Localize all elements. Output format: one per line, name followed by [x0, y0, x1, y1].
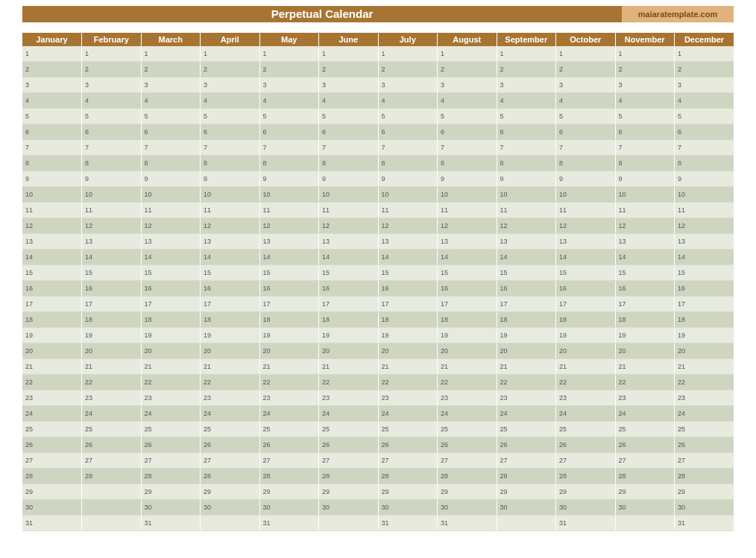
day-cell: 13 — [82, 234, 142, 250]
day-cell: 24 — [259, 406, 319, 422]
day-cell: 10 — [82, 187, 142, 203]
day-cell: 26 — [201, 437, 260, 453]
day-cell: 26 — [675, 437, 734, 453]
day-cell: 3 — [201, 77, 260, 93]
day-cell: 16 — [378, 281, 438, 297]
day-cell: 1 — [438, 46, 497, 62]
day-cell: 12 — [259, 218, 319, 234]
day-cell: 10 — [497, 187, 556, 203]
day-row: 202020202020202020202020 — [22, 343, 734, 359]
day-row: 121212121212121212121212 — [22, 218, 734, 234]
day-cell: 1 — [82, 46, 142, 62]
day-cell: 5 — [22, 109, 82, 124]
day-cell: 23 — [438, 390, 497, 406]
day-cell: 10 — [675, 187, 734, 203]
day-cell: 22 — [438, 375, 497, 390]
day-cell: 14 — [615, 250, 675, 265]
day-cell: 17 — [378, 297, 438, 312]
day-row: 242424242424242424242424 — [22, 406, 734, 422]
day-cell: 26 — [438, 437, 497, 453]
day-cell: 26 — [497, 437, 556, 453]
day-cell: 23 — [22, 390, 82, 406]
day-cell: 18 — [556, 312, 616, 328]
day-cell: 21 — [675, 359, 734, 375]
day-cell: 3 — [319, 77, 379, 93]
day-cell: 10 — [259, 187, 319, 203]
day-cell: 26 — [615, 437, 675, 453]
day-cell: 6 — [497, 124, 556, 140]
day-cell: 11 — [82, 203, 142, 218]
day-cell: 27 — [22, 453, 82, 469]
day-cell: 17 — [675, 297, 734, 312]
day-cell: 18 — [497, 312, 556, 328]
day-cell: 13 — [22, 234, 82, 250]
day-row: 222222222222 — [22, 62, 734, 77]
day-cell: 3 — [22, 77, 82, 93]
day-cell: 23 — [378, 390, 438, 406]
day-cell: 7 — [141, 140, 201, 156]
day-cell: 16 — [201, 281, 260, 297]
day-cell: 3 — [82, 77, 142, 93]
day-cell: 8 — [378, 156, 438, 171]
day-cell: 22 — [259, 375, 319, 390]
day-row: 888888888888 — [22, 156, 734, 171]
day-cell: 15 — [556, 265, 616, 281]
day-cell: 23 — [675, 390, 734, 406]
title-row: Perpetual Calendar maiaratemplate.com — [22, 6, 734, 22]
day-cell: 22 — [141, 375, 201, 390]
day-cell: 20 — [556, 343, 616, 359]
day-cell: 12 — [675, 218, 734, 234]
day-cell: 7 — [319, 140, 379, 156]
day-cell: 22 — [82, 375, 142, 390]
day-cell: 26 — [22, 437, 82, 453]
day-cell: 4 — [22, 93, 82, 109]
day-cell — [615, 516, 675, 531]
day-row: 444444444444 — [22, 93, 734, 109]
day-row: 161616161616161616161616 — [22, 281, 734, 297]
day-cell: 12 — [378, 218, 438, 234]
day-cell: 27 — [141, 453, 201, 469]
day-cell: 29 — [615, 484, 675, 500]
day-cell: 25 — [556, 422, 616, 437]
day-cell: 21 — [201, 359, 260, 375]
day-cell: 20 — [615, 343, 675, 359]
day-cell: 2 — [319, 62, 379, 77]
day-cell: 6 — [201, 124, 260, 140]
day-cell: 14 — [141, 250, 201, 265]
day-cell: 22 — [556, 375, 616, 390]
day-cell: 12 — [438, 218, 497, 234]
day-cell: 5 — [259, 109, 319, 124]
day-cell: 20 — [22, 343, 82, 359]
day-cell: 9 — [141, 171, 201, 187]
day-cell: 27 — [675, 453, 734, 469]
day-row: 999999999999 — [22, 171, 734, 187]
day-row: 252525252525252525252525 — [22, 422, 734, 437]
day-cell: 8 — [438, 156, 497, 171]
day-cell: 28 — [22, 469, 82, 484]
day-cell: 6 — [141, 124, 201, 140]
day-cell: 24 — [615, 406, 675, 422]
day-cell: 30 — [22, 500, 82, 516]
day-cell: 11 — [201, 203, 260, 218]
day-cell: 4 — [615, 93, 675, 109]
day-cell: 12 — [82, 218, 142, 234]
day-cell: 14 — [259, 250, 319, 265]
day-row: 777777777777 — [22, 140, 734, 156]
day-cell — [82, 484, 142, 500]
day-cell: 7 — [497, 140, 556, 156]
day-cell: 10 — [319, 187, 379, 203]
day-cell: 1 — [319, 46, 379, 62]
day-cell: 20 — [259, 343, 319, 359]
day-cell: 25 — [438, 422, 497, 437]
day-cell: 13 — [675, 234, 734, 250]
day-cell: 9 — [378, 171, 438, 187]
day-cell: 4 — [378, 93, 438, 109]
day-cell: 8 — [675, 156, 734, 171]
day-cell: 4 — [82, 93, 142, 109]
day-cell: 28 — [141, 469, 201, 484]
day-cell: 10 — [556, 187, 616, 203]
day-cell: 28 — [378, 469, 438, 484]
day-cell: 14 — [201, 250, 260, 265]
day-cell: 18 — [615, 312, 675, 328]
day-cell: 18 — [319, 312, 379, 328]
